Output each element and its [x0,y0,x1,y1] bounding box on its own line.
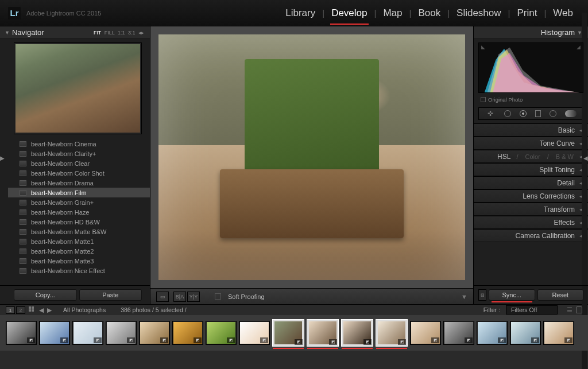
before-after-split-icon[interactable]: Y|Y [187,292,200,302]
thumbnail-badge-icon: ◩ [498,337,506,343]
module-library[interactable]: Library [278,7,322,19]
reset-button[interactable]: Reset [537,289,584,301]
navigator-header[interactable]: ▼ Navigator FIT FILL 1:1 3:1 ◂▸ [0,26,150,39]
thumbnail-badge-icon: ◩ [260,337,268,343]
radial-filter-icon[interactable] [550,110,556,117]
thumbnail[interactable]: ◩ [410,321,441,345]
thumbnail[interactable]: ◩ [206,321,237,345]
preset-item[interactable]: beart-Newborn Cinema [8,139,150,149]
module-map[interactable]: Map [376,7,409,19]
navigator-preview[interactable] [14,42,142,134]
module-print[interactable]: Print [510,7,544,19]
thumbnail[interactable]: ◩ [139,321,170,345]
section-detail[interactable]: Detail◀ [474,176,588,189]
disclosure-down-icon: ▼ [5,30,10,36]
thumbnail[interactable]: ◩ [443,321,474,345]
photo-count-label: 386 photos / 5 selected / [121,306,186,313]
soft-proofing-label: Soft Proofing [228,293,265,300]
preset-item[interactable]: beart-Newborn HD B&W [8,217,150,227]
original-photo-toggle[interactable]: Original Photo [474,96,588,105]
section-effects[interactable]: Effects◀ [474,216,588,229]
thumbnail-badge-icon: ◩ [431,337,439,343]
preset-item[interactable]: beart-Newborn Clear [8,158,150,168]
thumbnail[interactable]: ◩ [510,321,541,345]
panel-collapse-right-icon[interactable]: ◀ [583,155,588,161]
paste-button[interactable]: Paste [79,289,142,301]
thumbnail[interactable]: ◩ [39,321,70,345]
main-viewport[interactable] [150,26,473,288]
nav-forward-icon[interactable]: ▶ [47,306,52,313]
preset-item[interactable]: beart-Newborn Matte1 [8,236,150,246]
thumbnail[interactable]: ◩ [341,319,373,347]
crop-tool-icon[interactable] [485,109,496,118]
thumbnail[interactable]: ◩ [239,321,270,345]
thumbnail[interactable]: ◩ [272,319,304,347]
preset-item[interactable]: beart-Newborn Clarity+ [8,149,150,158]
preset-item[interactable]: beart-Newborn Matte B&W [8,227,150,236]
adjustment-brush-icon[interactable] [565,110,577,117]
section-tonecurve[interactable]: Tone Curve◀ [474,137,588,150]
main-photo [158,34,465,280]
thumbnail[interactable]: ◩ [477,321,508,345]
thumbnail[interactable]: ◩ [376,319,408,347]
thumbnail-badge-icon: ◩ [94,337,102,343]
thumbnail-badge-icon: ◩ [295,339,303,345]
before-after-lr-icon[interactable]: B|A [173,292,186,302]
histogram-graph[interactable]: ◣ ◢ [478,42,583,93]
preset-item[interactable]: beart-Newborn Nice Effect [8,266,150,275]
thumbnail-badge-icon: ◩ [127,337,135,343]
navigator-zoom-controls[interactable]: FIT FILL 1:1 3:1 ◂▸ [92,30,144,36]
filter-menu-icon[interactable]: ☰ [567,306,572,313]
section-lens[interactable]: Lens Corrections◀ [474,189,588,203]
checkbox-icon [481,97,486,102]
toolbar-more-icon[interactable]: ▼ [461,293,467,300]
histogram-header[interactable]: Histogram ▼ [474,26,588,39]
preset-item[interactable]: beart-Newborn Grain+ [8,197,150,207]
preset-item[interactable]: beart-Newborn Haze [8,207,150,217]
module-web[interactable]: Web [546,7,580,19]
preset-item[interactable]: beart-Newborn Matte2 [8,246,150,256]
sync-switch-icon[interactable]: ⊟ [478,289,486,301]
filter-lock-icon[interactable] [576,306,582,313]
soft-proofing-checkbox[interactable] [215,293,221,300]
shadow-clip-icon[interactable]: ◣ [481,44,485,50]
section-splittoning[interactable]: Split Toning◀ [474,163,588,176]
grid-view-icon[interactable] [29,306,36,313]
module-slideshow[interactable]: Slideshow [450,7,508,19]
center-panel: ▭ B|A Y|Y Soft Proofing ▼ [150,26,473,304]
section-calibration[interactable]: Camera Calibration◀ [474,229,588,242]
section-basic[interactable]: Basic◀ [474,123,588,137]
filmstrip[interactable]: ◩◩◩◩◩◩◩◩◩◩◩◩◩◩◩◩◩ [0,315,588,351]
thumbnail[interactable]: ◩ [72,321,103,345]
filter-label: Filter : [483,306,500,313]
right-panel: Histogram ▼ ◣ ◢ Original Photo Basic◀ [473,26,588,304]
loupe-view-icon[interactable]: ▭ [156,292,169,302]
spot-removal-icon[interactable] [504,110,511,117]
preset-item[interactable]: beart-Newborn Color Shot [8,168,150,178]
module-develop[interactable]: Develop [324,7,374,19]
thumbnail-badge-icon: ◩ [329,339,337,345]
thumbnail[interactable]: ◩ [172,321,203,345]
preset-item[interactable]: beart-Newborn Drama [8,178,150,188]
source-label[interactable]: All Photographs [63,306,106,313]
filter-dropdown[interactable]: Filters Off [506,305,558,314]
panel-collapse-left-icon[interactable]: ▶ [0,155,5,161]
thumbnail[interactable]: ◩ [6,321,37,345]
preset-item[interactable]: beart-Newborn Matte3 [8,256,150,266]
thumbnail-badge-icon: ◩ [531,337,539,343]
nav-back-icon[interactable]: ◀ [39,306,44,313]
redeye-tool-icon[interactable] [520,110,527,117]
preset-item[interactable]: beart-Newborn Film [8,188,150,197]
section-hsl[interactable]: HSL/ Color/ B & W◀ [474,150,588,163]
thumbnail[interactable]: ◩ [543,321,574,345]
section-transform[interactable]: Transform◀ [474,203,588,216]
thumbnail[interactable]: ◩ [106,321,137,345]
thumbnail[interactable]: ◩ [307,319,339,347]
highlight-clip-icon[interactable]: ◢ [577,44,581,50]
graduated-filter-icon[interactable] [535,110,541,117]
thumbnail-badge-icon: ◩ [60,337,68,343]
sync-button[interactable]: Sync... [489,289,535,301]
monitor-switch[interactable]: 1 2 [6,306,25,314]
copy-button[interactable]: Copy... [14,289,77,301]
module-book[interactable]: Book [411,7,447,19]
